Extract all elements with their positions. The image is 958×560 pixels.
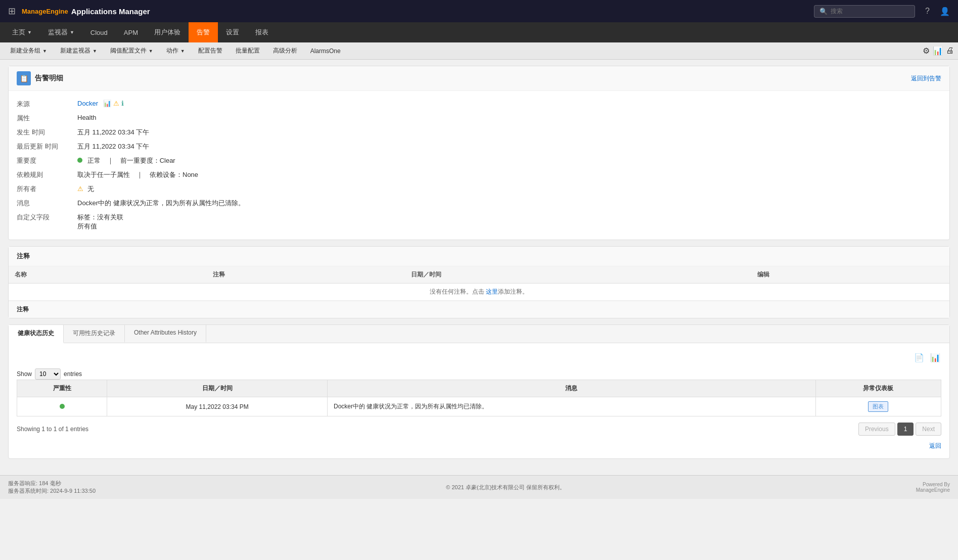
previous-button[interactable]: Previous bbox=[858, 423, 895, 436]
label-occurred: 发生 时间 bbox=[17, 128, 77, 137]
sub-item-alarmsone[interactable]: AlarmsOne bbox=[304, 44, 347, 58]
nav-item-cloud[interactable]: Cloud bbox=[82, 22, 116, 42]
nav-item-home[interactable]: 主页 ▼ bbox=[4, 22, 40, 42]
doc-icon: 📋 bbox=[17, 71, 31, 85]
col-notes: 注释 bbox=[207, 266, 405, 284]
nav-item-apm[interactable]: APM bbox=[116, 22, 146, 42]
info-row-severity: 重要度 正常 ｜ 前一重要度：Clear bbox=[17, 154, 941, 168]
server-response: 服务器响应: 184 毫秒 bbox=[8, 480, 96, 487]
tab-content: 📄 📊 Show 10 25 50 100 entries 严重性 bbox=[9, 343, 949, 458]
sub-item-threshold[interactable]: 阈值配置文件 ▼ bbox=[104, 44, 159, 58]
chart-icon[interactable]: 📊 bbox=[933, 46, 943, 56]
showing-info: Showing 1 to 1 of 1 entries bbox=[17, 426, 88, 433]
source-icons: 📊 ⚠ ℹ bbox=[103, 100, 124, 107]
tab-health-history[interactable]: 健康状态历史 bbox=[9, 325, 64, 343]
severity-dot bbox=[77, 158, 82, 163]
value-dependency: 取决于任一子属性 ｜ 依赖设备：None bbox=[77, 170, 941, 179]
label-updated: 最后更新 时间 bbox=[17, 142, 77, 151]
sub-item-new-monitor[interactable]: 新建监视器 ▼ bbox=[54, 44, 103, 58]
caret-icon: ▼ bbox=[180, 49, 185, 54]
anomaly-chart-button[interactable]: 图表 bbox=[868, 401, 888, 412]
main-nav: 主页 ▼ 监视器 ▼ Cloud APM 用户体验 告警 设置 报表 bbox=[0, 22, 958, 42]
col-anomaly: 异常仪表板 bbox=[815, 380, 941, 397]
next-button[interactable]: Next bbox=[916, 423, 941, 436]
brand-logo: ManageEngine bbox=[22, 8, 68, 15]
severity-green-dot bbox=[60, 404, 65, 409]
info-row-occurred: 发生 时间 五月 11,2022 03:34 下午 bbox=[17, 125, 941, 139]
caret-icon: ▼ bbox=[27, 30, 32, 35]
bar-chart-icon[interactable]: 📊 bbox=[103, 100, 111, 107]
back-link[interactable]: 返回 bbox=[929, 442, 941, 450]
settings-icon[interactable]: ⚙ bbox=[923, 46, 930, 56]
sub-item-actions[interactable]: 动作 ▼ bbox=[160, 44, 191, 58]
search-icon: 🔍 bbox=[819, 8, 828, 15]
source-link[interactable]: Docker bbox=[77, 100, 98, 107]
info-row-source: 来源 Docker 📊 ⚠ ℹ bbox=[17, 97, 941, 111]
help-icon[interactable]: ? bbox=[925, 7, 930, 16]
alert-card-header: 📋 告警明细 返回到告警 bbox=[9, 66, 949, 91]
search-box[interactable]: 🔍 bbox=[814, 5, 915, 18]
sub-item-new-group[interactable]: 新建业务组 ▼ bbox=[4, 44, 53, 58]
alert-icon[interactable]: ⚠ bbox=[113, 100, 119, 107]
col-name: 名称 bbox=[9, 266, 207, 284]
sub-item-bulk-config[interactable]: 批量配置 bbox=[230, 44, 266, 58]
label-source: 来源 bbox=[17, 100, 77, 109]
notes-footer: 注释 bbox=[9, 301, 949, 318]
value-owner: ⚠ 无 bbox=[77, 184, 941, 194]
caret-icon: ▼ bbox=[70, 30, 74, 35]
page-1-button[interactable]: 1 bbox=[897, 423, 914, 436]
user-icon[interactable]: 👤 bbox=[940, 7, 950, 16]
label-severity: 重要度 bbox=[17, 156, 77, 165]
label-message: 消息 bbox=[17, 199, 77, 208]
grid-icon[interactable]: ⊞ bbox=[8, 6, 16, 17]
export-excel-button[interactable]: 📊 bbox=[929, 351, 941, 363]
alert-detail-card: 📋 告警明细 返回到告警 来源 Docker 📊 ⚠ ℹ 属 bbox=[8, 66, 950, 240]
history-table: 严重性 日期／时间 消息 异常仪表板 May 11,2022 03:34 PM … bbox=[17, 380, 941, 416]
nav-item-alerts[interactable]: 告警 bbox=[189, 22, 218, 42]
brand: ManageEngine Applications Manager bbox=[22, 7, 150, 16]
sub-nav: 新建业务组 ▼ 新建监视器 ▼ 阈值配置文件 ▼ 动作 ▼ 配置告警 批量配置 … bbox=[0, 42, 958, 60]
sub-item-config-alerts[interactable]: 配置告警 bbox=[192, 44, 229, 58]
caret-icon: ▼ bbox=[149, 49, 153, 54]
value-message: Docker中的 健康状况为正常，因为所有从属性均已清除。 bbox=[77, 199, 941, 208]
back-to-alerts-link[interactable]: 返回到告警 bbox=[911, 74, 941, 83]
col-datetime: 日期／时间 bbox=[107, 380, 328, 397]
search-input[interactable] bbox=[831, 8, 906, 15]
brand-app: Applications Manager bbox=[71, 7, 150, 16]
show-label: Show bbox=[17, 370, 32, 378]
info-row-updated: 最后更新 时间 五月 11,2022 03:34 下午 bbox=[17, 139, 941, 154]
tabs-section: 健康状态历史 可用性历史记录 Other Attributes History … bbox=[8, 324, 950, 459]
info-row-message: 消息 Docker中的 健康状况为正常，因为所有从属性均已清除。 bbox=[17, 196, 941, 210]
server-time: 服务器系统时间: 2024-9-9 11:33:50 bbox=[8, 487, 96, 495]
top-header: ⊞ ManageEngine Applications Manager 🔍 ? … bbox=[0, 0, 958, 22]
footer-left: 服务器响应: 184 毫秒 服务器系统时间: 2024-9-9 11:33:50 bbox=[8, 480, 96, 495]
nav-item-monitor[interactable]: 监视器 ▼ bbox=[40, 22, 82, 42]
cell-message: Docker中的 健康状况为正常，因为所有从属性均已清除。 bbox=[328, 397, 816, 416]
cell-anomaly: 图表 bbox=[815, 397, 941, 416]
tab-other-attributes[interactable]: Other Attributes History bbox=[125, 325, 206, 343]
nav-item-ux[interactable]: 用户体验 bbox=[146, 22, 189, 42]
entries-select[interactable]: 10 25 50 100 bbox=[35, 368, 61, 380]
footer: 服务器响应: 184 毫秒 服务器系统时间: 2024-9-9 11:33:50… bbox=[0, 475, 958, 499]
export-pdf-button[interactable]: 📄 bbox=[913, 351, 925, 363]
nav-item-settings[interactable]: 设置 bbox=[218, 22, 247, 42]
value-updated: 五月 11,2022 03:34 下午 bbox=[77, 142, 941, 151]
sub-nav-right-icons: ⚙ 📊 🖨 bbox=[923, 46, 954, 56]
value-source: Docker 📊 ⚠ ℹ bbox=[77, 100, 941, 109]
nav-item-reports[interactable]: 报表 bbox=[247, 22, 277, 42]
add-notes-link[interactable]: 这里 bbox=[486, 288, 498, 295]
col-severity: 严重性 bbox=[17, 380, 107, 397]
footer-powered-by: Powered ByManageEngine bbox=[916, 482, 950, 493]
back-row: 返回 bbox=[17, 442, 941, 450]
warning-icon: ⚠ bbox=[77, 185, 83, 193]
info-row-attribute: 属性 Health bbox=[17, 111, 941, 125]
notes-empty-row: 没有任何注释。点击 这里添加注释。 bbox=[9, 284, 949, 301]
show-entries-control: Show 10 25 50 100 entries bbox=[17, 368, 941, 380]
print-icon[interactable]: 🖨 bbox=[946, 46, 954, 56]
info-row-custom: 自定义字段 标签：没有关联 所有值 bbox=[17, 210, 941, 234]
tab-availability-history[interactable]: 可用性历史记录 bbox=[64, 325, 125, 343]
cell-datetime: May 11,2022 03:34 PM bbox=[107, 397, 328, 416]
info-icon[interactable]: ℹ bbox=[121, 100, 124, 107]
sub-item-advanced[interactable]: 高级分析 bbox=[267, 44, 303, 58]
info-row-dependency: 依赖规则 取决于任一子属性 ｜ 依赖设备：None bbox=[17, 168, 941, 182]
